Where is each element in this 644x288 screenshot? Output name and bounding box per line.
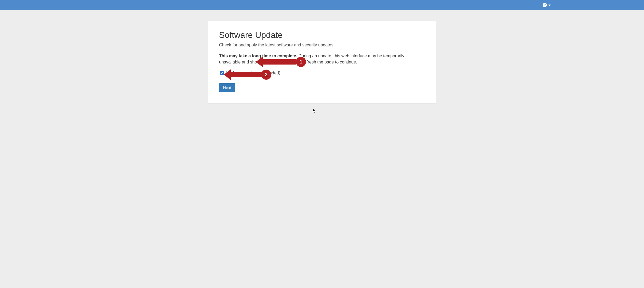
- page-subtitle: Check for and apply the latest software …: [219, 43, 425, 47]
- help-icon: ?: [543, 3, 547, 7]
- top-nav-bar: ?: [0, 0, 644, 10]
- help-menu[interactable]: ?: [543, 3, 551, 7]
- mouse-cursor-icon: [313, 108, 316, 113]
- update-warning: This may take a long time to complete. D…: [219, 53, 425, 65]
- update-now-row[interactable]: Update now (recommended): [219, 70, 425, 76]
- update-now-label: Update now (recommended): [226, 71, 280, 75]
- page-title: Software Update: [219, 30, 425, 40]
- software-update-card: Software Update Check for and apply the …: [208, 20, 436, 103]
- next-button[interactable]: Next: [219, 83, 235, 92]
- update-now-checkbox[interactable]: [220, 71, 224, 75]
- page-body: Software Update Check for and apply the …: [0, 10, 644, 103]
- chevron-down-icon: [548, 5, 551, 6]
- warning-bold: This may take a long time to complete.: [219, 54, 297, 58]
